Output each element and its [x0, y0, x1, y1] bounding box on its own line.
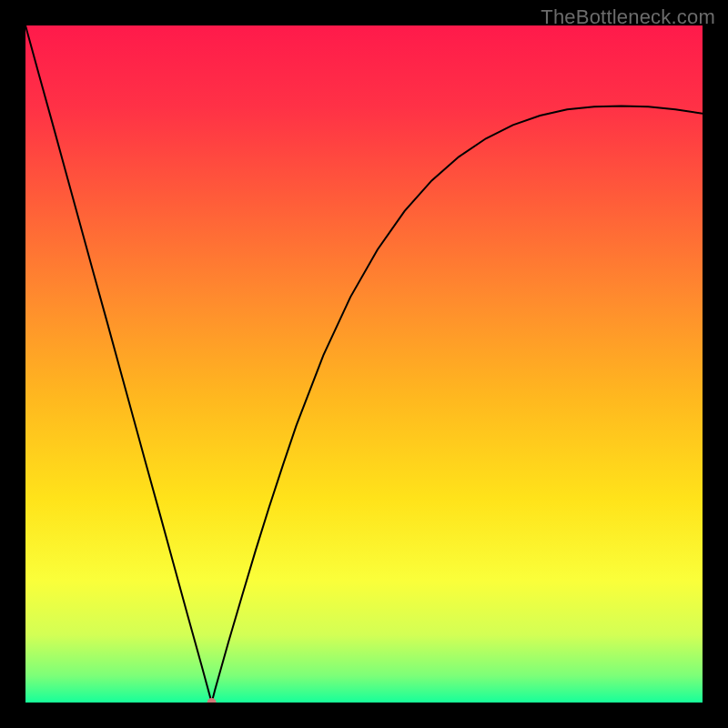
gradient-background — [25, 25, 703, 703]
chart-frame: TheBottleneck.com — [0, 0, 728, 728]
chart-svg — [25, 25, 703, 703]
watermark-text: TheBottleneck.com — [541, 5, 715, 29]
plot-area — [25, 25, 703, 703]
